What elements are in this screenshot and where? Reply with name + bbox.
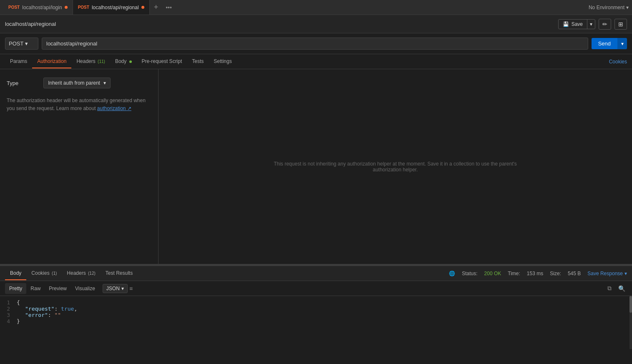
tab-headers[interactable]: Headers (11) bbox=[71, 55, 110, 68]
method-chevron: ▾ bbox=[25, 40, 28, 47]
code-line-1: 1 { bbox=[0, 299, 632, 306]
url-bar: POST ▾ Send ▾ bbox=[0, 33, 632, 54]
method-select[interactable]: POST ▾ bbox=[5, 38, 38, 50]
environment-selector[interactable]: No Environment ▾ bbox=[589, 5, 629, 10]
save-icon: 💾 bbox=[563, 21, 569, 27]
size-label: Size: bbox=[550, 271, 561, 276]
save-label: Save bbox=[572, 21, 583, 27]
send-dropdown-button[interactable]: ▾ bbox=[617, 38, 627, 49]
copy-button[interactable]: ⧉ bbox=[606, 283, 613, 294]
tab-login-url: localhost/api/login bbox=[22, 5, 62, 10]
type-chevron: ▾ bbox=[103, 80, 106, 86]
save-dropdown-button[interactable]: ▾ bbox=[587, 20, 595, 29]
response-tabs-bar: Body Cookies (1) Headers (12) Test Resul… bbox=[0, 266, 632, 281]
globe-icon: 🌐 bbox=[449, 271, 455, 276]
add-tab-button[interactable]: + bbox=[150, 3, 163, 12]
url-input[interactable] bbox=[42, 38, 588, 50]
more-tabs-button[interactable]: ••• bbox=[162, 4, 175, 11]
tab-login-dot bbox=[65, 6, 68, 9]
scrollbar-thumb[interactable] bbox=[629, 296, 632, 313]
line-num-1: 1 bbox=[0, 299, 17, 306]
tab-bar: POST localhost/api/login POST localhost/… bbox=[0, 0, 632, 15]
type-label: Type bbox=[7, 80, 18, 86]
time-value: 153 ms bbox=[527, 271, 543, 276]
format-filter-button[interactable]: ≡ bbox=[128, 284, 134, 294]
line-content-3: "error": "" bbox=[17, 312, 632, 318]
env-label: No Environment bbox=[589, 5, 624, 10]
format-tab-pretty[interactable]: Pretty bbox=[5, 283, 26, 294]
tab-body[interactable]: Body bbox=[110, 55, 137, 68]
format-tab-preview[interactable]: Preview bbox=[45, 283, 71, 294]
resp-tab-test-results[interactable]: Test Results bbox=[101, 267, 138, 280]
code-line-4: 4 } bbox=[0, 318, 632, 324]
code-area: 1 { 2 "request": true, 3 "error": "" 4 } bbox=[0, 296, 632, 349]
request-tabs: Params Authorization Headers (11) Body P… bbox=[0, 54, 632, 69]
edit-icon: ✏ bbox=[602, 21, 607, 28]
type-value: Inherit auth from parent bbox=[48, 80, 100, 86]
save-button[interactable]: 💾 Save bbox=[559, 20, 587, 29]
code-line-2: 2 "request": true, bbox=[0, 306, 632, 312]
auth-right-message: This request is not inheriting any autho… bbox=[270, 161, 521, 173]
line-num-3: 3 bbox=[0, 312, 17, 318]
layout-icon: ⊞ bbox=[618, 21, 623, 28]
send-button[interactable]: Send bbox=[592, 38, 617, 49]
auth-panel: Type Inherit auth from parent ▾ The auth… bbox=[0, 69, 159, 264]
resp-tab-headers[interactable]: Headers (12) bbox=[62, 267, 101, 280]
cookies-link[interactable]: Cookies bbox=[609, 59, 627, 65]
address-bar: localhost/api/regional 💾 Save ▾ ✏ ⊞ bbox=[0, 15, 632, 33]
main-content: Type Inherit auth from parent ▾ The auth… bbox=[0, 69, 632, 264]
type-select[interactable]: Inherit auth from parent ▾ bbox=[43, 78, 111, 88]
line-content-1: { bbox=[17, 299, 632, 306]
tab-regional-method: POST bbox=[78, 5, 89, 10]
line-content-2: "request": true, bbox=[17, 306, 632, 312]
status-label: Status: bbox=[462, 271, 477, 276]
tab-bar-right: No Environment ▾ bbox=[589, 5, 629, 10]
tab-regional-dot bbox=[141, 6, 144, 9]
tab-params[interactable]: Params bbox=[5, 55, 32, 68]
method-value: POST bbox=[9, 40, 23, 47]
request-title: localhost/api/regional bbox=[5, 21, 558, 27]
format-chevron: ▾ bbox=[121, 286, 124, 291]
format-tabs-right: ⧉ 🔍 bbox=[606, 283, 627, 294]
send-chevron: ▾ bbox=[621, 41, 624, 47]
line-num-2: 2 bbox=[0, 306, 17, 312]
line-content-4: } bbox=[17, 318, 632, 324]
format-tab-visualize[interactable]: Visualize bbox=[71, 283, 99, 294]
status-value: 200 OK bbox=[484, 271, 501, 276]
tab-prerequest[interactable]: Pre-request Script bbox=[137, 55, 187, 68]
response-area: Body Cookies (1) Headers (12) Test Resul… bbox=[0, 266, 632, 349]
tab-regional-url: localhost/api/regional bbox=[92, 5, 139, 10]
auth-info-link[interactable]: authorization ↗ bbox=[97, 105, 131, 111]
env-chevron: ▾ bbox=[626, 5, 629, 10]
format-tab-raw[interactable]: Raw bbox=[26, 283, 45, 294]
time-label: Time: bbox=[508, 271, 520, 276]
resp-tab-body[interactable]: Body bbox=[5, 267, 26, 280]
type-row: Type Inherit auth from parent ▾ bbox=[7, 78, 151, 88]
search-button[interactable]: 🔍 bbox=[617, 284, 627, 294]
tab-login-method: POST bbox=[8, 5, 20, 10]
format-type-value: JSON bbox=[106, 286, 120, 291]
tab-tests[interactable]: Tests bbox=[187, 55, 209, 68]
tab-authorization[interactable]: Authorization bbox=[32, 55, 71, 68]
resp-tab-cookies[interactable]: Cookies (1) bbox=[26, 267, 62, 280]
line-num-4: 4 bbox=[0, 318, 17, 324]
auth-right: This request is not inheriting any autho… bbox=[159, 69, 632, 264]
edit-button[interactable]: ✏ bbox=[599, 19, 611, 30]
layout-button[interactable]: ⊞ bbox=[614, 19, 627, 30]
address-bar-actions: 💾 Save ▾ ✏ ⊞ bbox=[558, 19, 627, 30]
body-dot-badge bbox=[129, 60, 132, 63]
format-tabs-bar: Pretty Raw Preview Visualize JSON ▾ ≡ ⧉ … bbox=[0, 281, 632, 296]
tab-settings[interactable]: Settings bbox=[209, 55, 237, 68]
resp-tabs-right: 🌐 Status: 200 OK Time: 153 ms Size: 545 … bbox=[449, 271, 627, 276]
size-value: 545 B bbox=[568, 271, 581, 276]
format-type-select[interactable]: JSON ▾ bbox=[103, 284, 128, 293]
scrollbar-track[interactable] bbox=[629, 296, 632, 349]
tab-regional[interactable]: POST localhost/api/regional bbox=[73, 0, 150, 15]
save-arrow-icon: ▾ bbox=[590, 21, 592, 27]
save-response-button[interactable]: Save Response ▾ bbox=[587, 271, 627, 276]
auth-info-text: The authorization header will be automat… bbox=[7, 97, 149, 113]
code-line-3: 3 "error": "" bbox=[0, 312, 632, 318]
tab-login[interactable]: POST localhost/api/login bbox=[3, 0, 73, 15]
